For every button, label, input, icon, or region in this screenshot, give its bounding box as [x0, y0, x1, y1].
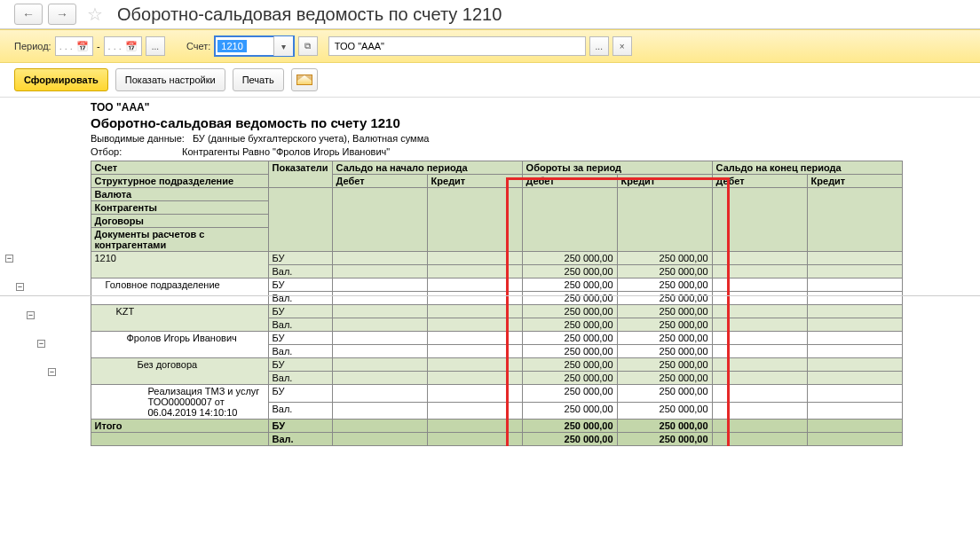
table-row: Головное подразделениеБУ250 000,00250 00…	[14, 278, 902, 292]
tree-collapse-icon[interactable]: −	[48, 368, 56, 376]
tree-collapse-icon[interactable]: −	[37, 340, 45, 348]
col-debit3: Дебет	[712, 175, 807, 188]
row-name: Реализация ТМЗ и услуг ТОО00000007 от 06…	[91, 385, 268, 420]
meta2-label: Отбор:	[91, 146, 174, 157]
period-select-button[interactable]: ...	[146, 36, 165, 56]
report-title: Оборотно-сальдовая ведомость по счету 12…	[91, 115, 966, 130]
account-field[interactable]: 1210 ▾	[214, 35, 294, 57]
date-to-field[interactable]: . . . 📅	[104, 36, 142, 56]
date-to-value: . . .	[108, 41, 122, 51]
table-row: Фролов Игорь ИвановичБУ250 000,00250 000…	[14, 332, 902, 345]
organization-clear-button[interactable]: ×	[612, 36, 632, 56]
col-indicators: Показатели	[268, 161, 332, 188]
col-turnover: Обороты за период	[522, 161, 712, 175]
date-from-value: . . .	[59, 41, 73, 51]
period-label: Период:	[14, 41, 51, 51]
row2-label: Структурное подразделение	[91, 175, 268, 188]
organization-field[interactable]: ТОО "ААА"	[328, 36, 586, 56]
back-button[interactable]: ←	[14, 4, 43, 25]
form-button[interactable]: Сформировать	[14, 68, 108, 91]
account-dropdown-icon[interactable]: ▾	[273, 36, 293, 56]
total-label: Итого	[91, 420, 268, 433]
row-name: Головное подразделение	[91, 278, 268, 305]
tree-collapse-icon[interactable]: −	[27, 311, 35, 319]
account-value: 1210	[217, 40, 246, 52]
col-open-balance: Сальдо на начало периода	[332, 161, 522, 175]
show-settings-button[interactable]: Показать настройки	[115, 68, 225, 91]
meta1-value: БУ (данные бухгалтерского учета), Валютн…	[193, 133, 430, 144]
report-org: ТОО "ААА"	[91, 101, 966, 114]
calendar-icon[interactable]: 📅	[76, 41, 89, 52]
calendar-icon[interactable]: 📅	[125, 41, 138, 52]
col-credit2: Кредит	[617, 175, 712, 188]
print-button[interactable]: Печать	[233, 68, 284, 91]
email-button[interactable]	[291, 68, 318, 91]
date-dash: -	[97, 41, 100, 51]
tree-collapse-icon[interactable]: −	[16, 283, 24, 291]
col-debit2: Дебет	[522, 175, 617, 188]
row-name: 1210	[91, 252, 268, 278]
col-debit1: Дебет	[332, 175, 427, 188]
row-name: KZT	[91, 305, 268, 332]
row-name: Фролов Игорь Иванович	[91, 332, 268, 358]
table-row: Без договораБУ250 000,00250 000,00	[14, 358, 902, 372]
date-from-field[interactable]: . . . 📅	[55, 36, 93, 56]
meta1-label: Выводимые данные:	[91, 133, 185, 144]
account-open-button[interactable]: ⧉	[298, 36, 318, 56]
mail-icon	[296, 75, 312, 85]
forward-button[interactable]: →	[48, 4, 76, 25]
col-close-balance: Сальдо на конец периода	[712, 161, 902, 175]
table-row: Реализация ТМЗ и услуг ТОО00000007 от 06…	[14, 385, 902, 403]
page-title: Оборотно-сальдовая ведомость по счету 12…	[117, 4, 502, 25]
organization-value: ТОО "ААА"	[335, 41, 384, 51]
col-account: Счет	[91, 161, 268, 175]
meta2-value: Контрагенты Равно "Фролов Игорь Иванович…	[182, 146, 390, 157]
favorite-star-icon[interactable]: ☆	[87, 4, 103, 25]
account-label: Счет:	[186, 41, 210, 51]
col-credit3: Кредит	[807, 175, 902, 188]
col-credit1: Кредит	[427, 175, 522, 188]
tree-collapse-icon[interactable]: −	[5, 255, 13, 263]
organization-select-button[interactable]: ...	[589, 36, 609, 56]
balance-table: Счет Показатели Сальдо на начало периода…	[14, 161, 903, 446]
row-name: Без договора	[91, 358, 268, 385]
table-row: 1210БУ250 000,00250 000,00	[14, 252, 902, 265]
table-row: KZTБУ250 000,00250 000,00	[14, 305, 902, 318]
